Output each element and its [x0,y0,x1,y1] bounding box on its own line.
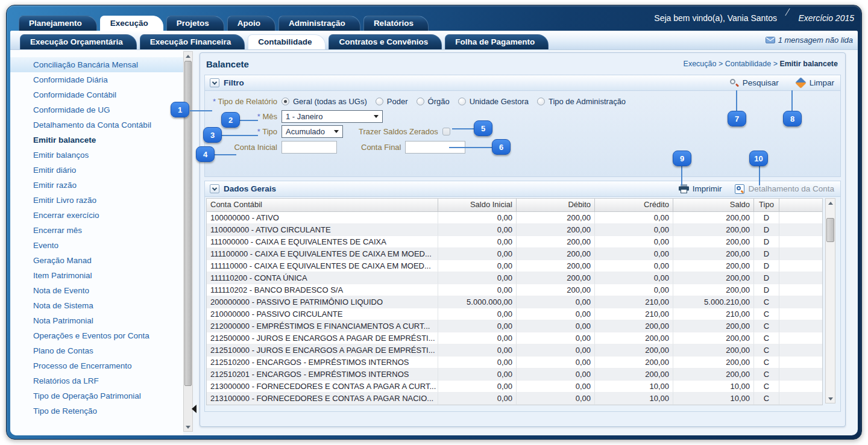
table-row[interactable]: 110000000 - ATIVO CIRCULANTE0,00200,000,… [207,224,822,236]
sidebar-item-operacoes-e-eventos-por-conta[interactable]: Operações e Eventos por Conta [10,328,183,343]
table-row[interactable]: 212510000 - JUROS E ENCARGOS A PAGAR DE … [207,344,822,356]
breadcrumb-link-execucao[interactable]: Execução [684,60,717,68]
table-row[interactable]: 212510200 - ENCARGOS - EMPRÉSTIMOS INTER… [207,356,822,369]
table-row[interactable]: 212500000 - JUROS E ENCARGOS A PAGAR DE … [207,332,822,344]
table-row[interactable]: 100000000 - ATIVO0,00200,000,00200,00D [207,212,822,224]
scroll-up-icon[interactable] [826,199,835,207]
sidebar-item-encerrar-mes[interactable]: Encerrar mês [10,223,183,238]
cell-credito: 0,00 [595,224,673,236]
column-header-saldo[interactable]: Saldo [673,199,754,211]
sidebar-item-emitir-balancos[interactable]: Emitir balanços [10,148,183,163]
table-row[interactable]: 213100000 - FORNECEDORES E CONTAS A PAGA… [207,393,822,405]
table-scrollbar-thumb[interactable] [826,218,834,242]
sidebar-item-nota-patrimonial[interactable]: Nota Patrimonial [10,313,183,328]
account-detail-button[interactable]: Detalhamento da Conta [735,184,834,194]
callout-badge-10[interactable]: 10 [749,151,768,166]
type-select[interactable]: Acumulado [281,125,343,138]
table-row[interactable]: 111110202 - BANCO BRADESCO S/A0,00200,00… [207,284,822,296]
callout-badge-9[interactable]: 9 [673,151,691,166]
filter-collapse-button[interactable] [210,78,219,87]
report-type-option-geral-todas-as-ugs[interactable]: Geral (todas as UGs) [281,97,367,106]
print-button[interactable]: Imprimir [679,184,722,193]
sidebar-item-evento[interactable]: Evento [10,238,183,253]
sidebar-item-plano-de-contas[interactable]: Plano de Contas [10,343,183,358]
radio-button-icon[interactable] [417,98,424,105]
table-row[interactable]: 212000000 - EMPRÉSTIMOS E FINANCIAMENTOS… [207,320,822,332]
sidebar-item-nota-de-evento[interactable]: Nota de Evento [10,283,183,298]
sidebar-item-conformidade-diaria[interactable]: Conformidade Diária [10,72,183,87]
table-row[interactable]: 212510201 - ENCARGOS - EMPRÉSTIMOS INTER… [207,369,822,381]
column-header-credito[interactable]: Crédito [595,199,673,211]
sub-tab-contratos-e-convenios[interactable]: Contratos e Convênios [329,34,442,49]
sub-tab-execucao-orcamentaria[interactable]: Execução Orçamentária [20,34,137,49]
scroll-up-icon[interactable] [184,52,192,60]
scroll-down-icon[interactable] [184,423,192,431]
sidebar-item-tipo-de-operacao-patrimonial[interactable]: Tipo de Operação Patrimonial [10,388,183,403]
callout-badge-3[interactable]: 3 [203,127,222,143]
main-tab-apoio[interactable]: Apoio [227,16,275,31]
sub-tab-folha-de-pagamento[interactable]: Folha de Pagamento [445,34,549,49]
sidebar-item-emitir-livro-razao[interactable]: Emitir Livro razão [10,193,183,208]
cell-conta-contabil: 110000000 - ATIVO CIRCULANTE [207,224,438,236]
main-tab-administracao[interactable]: Administração [278,16,360,31]
sidebar-item-detalhamento-da-conta-contabil[interactable]: Detalhamento da Conta Contábil [10,117,183,132]
scroll-down-icon[interactable] [826,394,835,403]
column-header-conta-contabil[interactable]: Conta Contábil [207,199,438,211]
main-tab-execucao[interactable]: Execução [100,16,163,31]
sidebar-item-processo-de-encerramento[interactable]: Processo de Encerramento [10,358,183,373]
table-row[interactable]: 111100000 - CAIXA E EQUIVALENTES DE CAIX… [207,248,822,260]
account-start-input[interactable] [281,141,337,154]
column-header-saldo-inicial[interactable]: Saldo Inicial [438,199,517,211]
sub-tab-contabilidade[interactable]: Contabilidade [248,34,326,49]
unread-message[interactable]: 1 mensagem não lida [766,36,853,45]
main-tab-planejamento[interactable]: Planejamento [19,16,97,31]
breadcrumb-link-contabilidade[interactable]: Contabilidade [725,60,771,68]
callout-badge-8[interactable]: 8 [783,111,802,126]
cell-conta-contabil: 111110202 - BANCO BRADESCO S/A [207,284,438,296]
callout-badge-2[interactable]: 2 [221,112,240,128]
sidebar-item-conformidade-de-ug[interactable]: Conformidade de UG [10,102,183,117]
main-tab-projetos[interactable]: Projetos [166,16,224,31]
callout-badge-5[interactable]: 5 [474,120,492,136]
search-button[interactable]: Pesquisar [729,78,779,88]
report-type-option-unidade-gestora[interactable]: Unidade Gestora [458,97,529,106]
callout-badge-7[interactable]: 7 [728,111,746,126]
sidebar-item-item-patrimonial[interactable]: Item Patrimonial [10,268,183,283]
report-type-option-orgao[interactable]: Órgão [417,97,450,106]
sidebar-item-relatorios-da-lrf[interactable]: Relatórios da LRF [10,373,183,388]
data-collapse-button[interactable] [210,184,219,193]
report-type-option-poder[interactable]: Poder [376,97,408,106]
table-row[interactable]: 200000000 - PASSIVO E PATRIMÔNIO LIQUIDO… [207,296,822,308]
column-header-tipo[interactable]: Tipo [754,199,779,211]
sidebar-item-geracao-manad[interactable]: Geração Manad [10,253,183,268]
sidebar-collapse-arrow-icon[interactable] [192,402,198,415]
report-type-option-tipo-de-administracao[interactable]: Tipo de Administração [537,97,626,106]
sidebar-item-conciliacao-bancaria-mensal[interactable]: Conciliação Bancária Mensal [10,57,183,72]
table-row[interactable]: 210000000 - PASSIVO CIRCULANTE0,000,0021… [207,308,822,320]
column-header-debito[interactable]: Débito [517,199,595,211]
callout-badge-4[interactable]: 4 [196,146,215,162]
clear-button[interactable]: Limpar [796,78,834,87]
table-row[interactable]: 111110000 - CAIXA E EQUIVALENTES DE CAIX… [207,260,822,272]
month-select[interactable]: 1 - Janeiro [281,110,383,123]
sidebar-item-emitir-diario[interactable]: Emitir diário [10,163,183,178]
table-scrollbar[interactable] [825,198,835,403]
sidebar-item-nota-de-sistema[interactable]: Nota de Sistema [10,298,183,313]
sidebar-item-conformidade-contabil[interactable]: Conformidade Contábil [10,87,183,102]
sidebar-item-emitir-razao[interactable]: Emitir razão [10,178,183,193]
sidebar-item-emitir-balancete[interactable]: Emitir balancete [10,132,183,148]
table-row[interactable]: 111110200 - CONTA ÚNICA0,00200,000,00200… [207,272,822,284]
sidebar-item-encerrar-exercicio[interactable]: Encerrar exercício [10,208,183,223]
sidebar-item-tipo-de-retencao[interactable]: Tipo de Retenção [10,403,183,419]
radio-button-icon[interactable] [458,98,466,105]
callout-badge-1[interactable]: 1 [171,102,189,117]
zero-balances-checkbox[interactable] [442,128,450,135]
table-row[interactable]: 111000000 - CAIXA E EQUIVALENTES DE CAIX… [207,236,822,248]
main-tab-relatorios[interactable]: Relatórios [363,16,429,31]
table-row[interactable]: 213000000 - FORNECEDORES E CONTAS A PAGA… [207,381,822,393]
callout-badge-6[interactable]: 6 [492,139,511,155]
radio-button-icon[interactable] [281,98,289,105]
radio-button-icon[interactable] [376,98,383,105]
sub-tab-execucao-financeira[interactable]: Execução Financeira [140,34,245,49]
radio-button-icon[interactable] [537,98,545,105]
